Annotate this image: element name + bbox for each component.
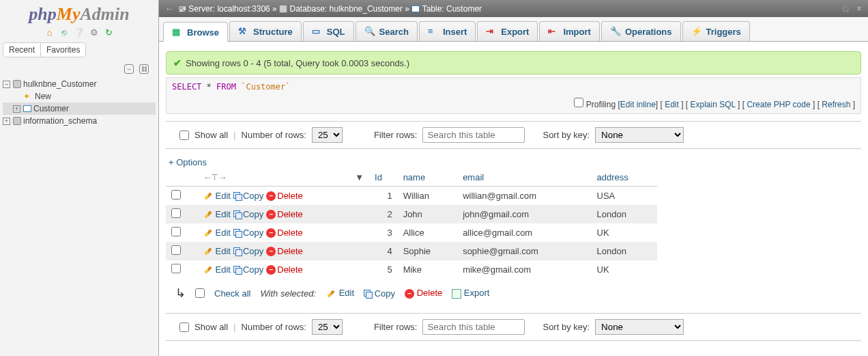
sql-icon: ▭	[312, 26, 323, 37]
docs-icon[interactable]: ❔	[74, 27, 85, 38]
edit-inline-link[interactable]: Edit inline	[620, 100, 656, 109]
nav-back-icon[interactable]: ←	[164, 4, 174, 14]
database-icon	[279, 5, 287, 13]
sort-key-select[interactable]: None	[595, 127, 684, 143]
sort-key-select[interactable]: None	[595, 319, 684, 335]
tree-node-table[interactable]: + Customer	[3, 102, 156, 115]
copy-icon	[233, 266, 242, 274]
row-copy[interactable]: Copy	[233, 246, 263, 256]
sidebar-tab-recent[interactable]: Recent	[3, 43, 41, 57]
cell-email: mike@gmail.com	[457, 260, 591, 279]
num-rows-select[interactable]: 25	[312, 127, 343, 143]
link-icon[interactable]: ⛓	[139, 64, 149, 74]
row-copy[interactable]: Copy	[233, 191, 263, 201]
tree-node-db[interactable]: + information_schema	[3, 115, 156, 127]
main-panel: ← 🖳 Server: localhost:3306 » Database: h…	[159, 0, 868, 356]
server-icon: 🖳	[178, 4, 186, 14]
cell-name: Willian	[398, 187, 458, 206]
row-copy[interactable]: Copy	[233, 264, 263, 275]
row-edit[interactable]: Edit	[203, 191, 230, 201]
refresh-link[interactable]: Refresh	[822, 100, 850, 109]
show-all-checkbox[interactable]	[179, 131, 189, 140]
tree-node-new[interactable]: ✦ New	[3, 90, 156, 102]
tab-export[interactable]: ⇥Export	[477, 21, 538, 41]
cell-address: UK	[592, 223, 657, 242]
tab-structure[interactable]: ⚒Structure	[229, 21, 302, 41]
export-icon: ⇥	[486, 26, 497, 37]
row-delete[interactable]: – Delete	[266, 228, 303, 238]
tab-operations[interactable]: 🔧Operations	[601, 21, 681, 41]
logo[interactable]: phpMyAdmin	[0, 0, 158, 26]
row-delete[interactable]: – Delete	[266, 191, 303, 201]
cell-name: Mike	[398, 260, 458, 279]
cell-id: 4	[369, 242, 398, 260]
tree-node-db[interactable]: – hulknbne_Customer	[3, 78, 156, 90]
collapse-tree-icon[interactable]: –	[124, 64, 134, 74]
row-copy[interactable]: Copy	[233, 228, 263, 238]
breadcrumb-table[interactable]: Customer	[446, 4, 482, 14]
tree-label: Customer	[33, 104, 69, 113]
sql-table: `Customer`	[241, 82, 290, 92]
row-edit[interactable]: Edit	[203, 228, 230, 238]
logout-icon[interactable]: ⎋	[59, 27, 70, 38]
check-all-link[interactable]: Check all	[214, 288, 250, 299]
pencil-icon	[205, 229, 212, 236]
sidebar-tab-favorites[interactable]: Favorites	[41, 43, 85, 57]
create-php-link[interactable]: Create PHP code	[747, 100, 810, 109]
tree-toggle-icon[interactable]: +	[13, 105, 20, 113]
row-checkbox[interactable]	[171, 190, 181, 200]
row-edit[interactable]: Edit	[203, 209, 230, 219]
table-row: Edit Copy– Delete3Alliceallice@gmail.com…	[166, 223, 657, 242]
db-tree: – hulknbne_Customer ✦ New + Customer + i…	[0, 77, 158, 128]
filter-input[interactable]	[422, 127, 525, 143]
tab-sql[interactable]: ▭SQL	[303, 21, 354, 41]
row-checkbox[interactable]	[171, 264, 181, 273]
col-email[interactable]: email	[457, 169, 591, 187]
col-name[interactable]: name	[398, 169, 458, 187]
row-copy[interactable]: Copy	[233, 209, 263, 219]
check-all-checkbox[interactable]	[195, 288, 205, 298]
explain-sql-link[interactable]: Explain SQL	[691, 100, 736, 109]
tab-search[interactable]: 🔍Search	[356, 21, 418, 41]
bulk-copy[interactable]: Copy	[364, 288, 395, 299]
row-edit[interactable]: Edit	[203, 246, 230, 256]
tab-import[interactable]: ⇤Import	[539, 21, 599, 41]
row-delete[interactable]: – Delete	[266, 246, 303, 256]
breadcrumb-server[interactable]: localhost:3306	[217, 4, 270, 14]
home-icon[interactable]: ⌂	[44, 27, 55, 38]
edit-query-link[interactable]: Edit	[665, 100, 679, 109]
dropdown-caret-icon[interactable]: ▼	[355, 172, 364, 182]
page-settings-icon[interactable]: ✿	[841, 3, 850, 15]
delete-icon: –	[266, 191, 276, 201]
profiling-checkbox[interactable]	[574, 98, 583, 107]
tab-insert[interactable]: ≡Insert	[419, 21, 476, 41]
tab-browse[interactable]: ▦Browse	[163, 22, 228, 42]
select-arrow-icon: ↳	[175, 286, 186, 301]
row-checkbox[interactable]	[171, 208, 181, 218]
cell-email: willian@gmail.com	[457, 187, 591, 206]
table-tabs: ▦Browse ⚒Structure ▭SQL 🔍Search ≡Insert …	[159, 17, 868, 42]
col-address[interactable]: address	[592, 169, 657, 187]
filter-input[interactable]	[422, 319, 525, 335]
tree-toggle-icon[interactable]: –	[3, 81, 10, 88]
tab-triggers[interactable]: ⚡Triggers	[682, 21, 750, 41]
options-toggle[interactable]: + Options	[166, 157, 207, 167]
breadcrumb-database[interactable]: hulknbne_Customer	[330, 4, 403, 14]
col-id[interactable]: Id	[369, 169, 398, 187]
row-checkbox[interactable]	[171, 227, 181, 236]
row-edit[interactable]: Edit	[203, 264, 230, 275]
bulk-edit[interactable]: Edit	[326, 288, 354, 299]
row-delete[interactable]: – Delete	[266, 209, 303, 219]
sort-arrows-icon[interactable]: ←⊤→	[203, 172, 226, 182]
show-all-checkbox[interactable]	[179, 323, 189, 332]
row-delete[interactable]: – Delete	[266, 264, 303, 275]
settings-icon[interactable]: ⚙	[89, 27, 100, 38]
tree-toggle-icon[interactable]: +	[3, 118, 10, 125]
collapse-top-icon[interactable]: ⌅	[856, 3, 863, 15]
bulk-export[interactable]: Export	[452, 288, 489, 299]
col-actions: ←⊤→ ▼	[197, 169, 369, 187]
bulk-delete[interactable]: – Delete	[405, 288, 442, 299]
reload-icon[interactable]: ↻	[103, 27, 114, 38]
num-rows-select[interactable]: 25	[312, 319, 343, 335]
row-checkbox[interactable]	[171, 245, 181, 255]
